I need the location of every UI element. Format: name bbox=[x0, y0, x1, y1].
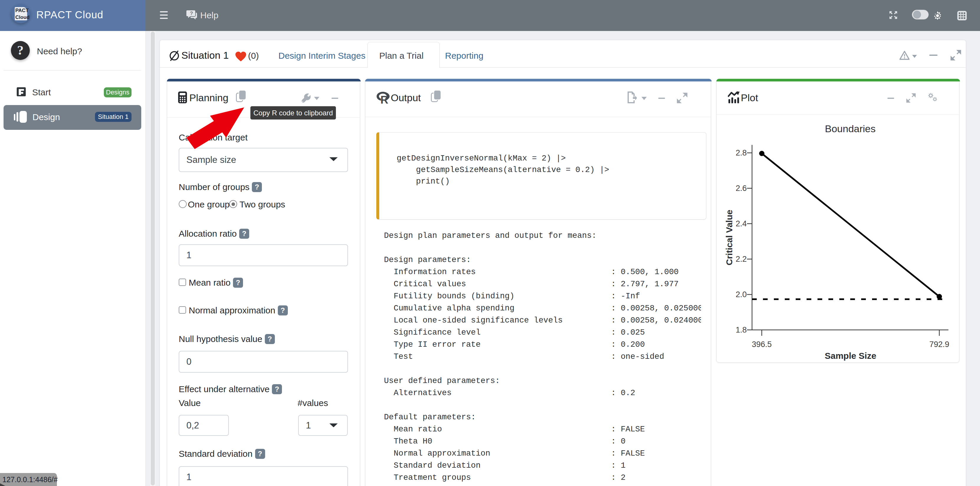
svg-text:2.2: 2.2 bbox=[735, 255, 747, 263]
svg-text:2.4: 2.4 bbox=[735, 219, 747, 228]
svg-text:Sample Size: Sample Size bbox=[824, 351, 876, 360]
svg-text:2.8: 2.8 bbox=[735, 148, 747, 157]
svg-text:2.0: 2.0 bbox=[735, 290, 747, 299]
svg-text:R: R bbox=[380, 94, 388, 104]
svg-text:2.6: 2.6 bbox=[735, 184, 747, 193]
svg-text:792.9: 792.9 bbox=[929, 340, 949, 349]
svg-text:1.8: 1.8 bbox=[735, 325, 747, 334]
svg-text:?: ? bbox=[190, 11, 193, 16]
svg-text:Boundaries: Boundaries bbox=[825, 123, 876, 134]
svg-text:396.5: 396.5 bbox=[752, 340, 772, 349]
svg-text:Critical Value: Critical Value bbox=[724, 210, 734, 265]
